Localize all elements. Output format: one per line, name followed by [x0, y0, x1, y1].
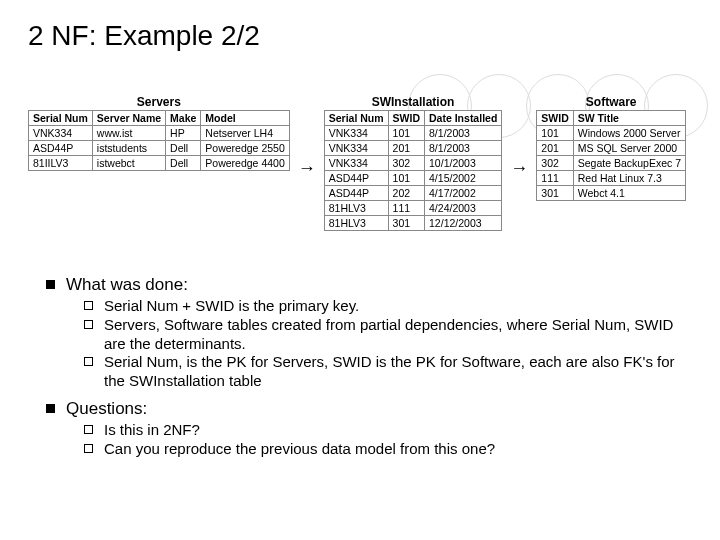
cell: Dell	[166, 141, 201, 156]
cell: 201	[537, 141, 573, 156]
col-header: Date Installed	[425, 111, 502, 126]
cell: Windows 2000 Server	[573, 126, 685, 141]
servers-title: Servers	[28, 95, 290, 109]
cell: ASD44P	[324, 171, 388, 186]
cell: Poweredge 2550	[201, 141, 289, 156]
cell: Netserver LH4	[201, 126, 289, 141]
swinstallation-table: Serial Num SWID Date Installed VNK334101…	[324, 110, 503, 231]
servers-table-block: Servers Serial Num Server Name Make Mode…	[28, 95, 290, 171]
cell: 301	[537, 186, 573, 201]
bullet-questions: Questions: Is this in 2NF? Can you repro…	[46, 399, 692, 459]
cell: ASD44P	[324, 186, 388, 201]
arrow-icon: →	[508, 158, 530, 179]
cell: VNK334	[324, 156, 388, 171]
cell: iststudents	[92, 141, 165, 156]
sub-bullet: Servers, Software tables created from pa…	[84, 316, 692, 354]
col-header: Serial Num	[324, 111, 388, 126]
cell: 8/1/2003	[425, 126, 502, 141]
col-header: SWID	[388, 111, 424, 126]
col-header: Make	[166, 111, 201, 126]
bullet-what-was-done: What was done: Serial Num + SWID is the …	[46, 275, 692, 391]
section-heading: Questions:	[66, 399, 147, 418]
cell: HP	[166, 126, 201, 141]
sub-bullet: Serial Num, is the PK for Servers, SWID …	[84, 353, 692, 391]
cell: 81HLV3	[324, 216, 388, 231]
cell: Poweredge 4400	[201, 156, 289, 171]
cell: 4/17/2002	[425, 186, 502, 201]
cell: 202	[388, 186, 424, 201]
cell: 111	[388, 201, 424, 216]
col-header: Server Name	[92, 111, 165, 126]
sub-bullet: Is this in 2NF?	[84, 421, 692, 440]
software-table-block: Software SWID SW Title 101Windows 2000 S…	[536, 95, 686, 201]
cell: Webct 4.1	[573, 186, 685, 201]
cell: 111	[537, 171, 573, 186]
swinstallation-title: SWInstallation	[324, 95, 503, 109]
cell: 10/1/2003	[425, 156, 502, 171]
cell: 4/24/2003	[425, 201, 502, 216]
cell: 81HLV3	[324, 201, 388, 216]
cell: 101	[388, 126, 424, 141]
cell: 201	[388, 141, 424, 156]
section-heading: What was done:	[66, 275, 188, 294]
cell: Segate BackupExec 7	[573, 156, 685, 171]
swinstallation-table-block: SWInstallation Serial Num SWID Date Inst…	[324, 95, 503, 231]
col-header: Model	[201, 111, 289, 126]
slide-title: 2 NF: Example 2/2	[28, 20, 260, 52]
col-header: SW Title	[573, 111, 685, 126]
software-title: Software	[536, 95, 686, 109]
cell: Dell	[166, 156, 201, 171]
cell: 8/1/2003	[425, 141, 502, 156]
cell: 301	[388, 216, 424, 231]
cell: 12/12/2003	[425, 216, 502, 231]
cell: istwebct	[92, 156, 165, 171]
cell: VNK334	[324, 141, 388, 156]
software-table: SWID SW Title 101Windows 2000 Server 201…	[536, 110, 686, 201]
cell: VNK334	[29, 126, 93, 141]
cell: ASD44P	[29, 141, 93, 156]
cell: 81IILV3	[29, 156, 93, 171]
sub-bullet: Serial Num + SWID is the primary key.	[84, 297, 692, 316]
col-header: Serial Num	[29, 111, 93, 126]
sub-bullet: Can you reproduce the previous data mode…	[84, 440, 692, 459]
cell: www.ist	[92, 126, 165, 141]
cell: VNK334	[324, 126, 388, 141]
cell: Red Hat Linux 7.3	[573, 171, 685, 186]
cell: 302	[537, 156, 573, 171]
cell: 302	[388, 156, 424, 171]
tables-area: Servers Serial Num Server Name Make Mode…	[28, 95, 700, 231]
body-text: What was done: Serial Num + SWID is the …	[46, 275, 692, 466]
cell: 101	[388, 171, 424, 186]
servers-table: Serial Num Server Name Make Model VNK334…	[28, 110, 290, 171]
col-header: SWID	[537, 111, 573, 126]
arrow-icon: →	[296, 158, 318, 179]
cell: MS SQL Server 2000	[573, 141, 685, 156]
cell: 101	[537, 126, 573, 141]
cell: 4/15/2002	[425, 171, 502, 186]
